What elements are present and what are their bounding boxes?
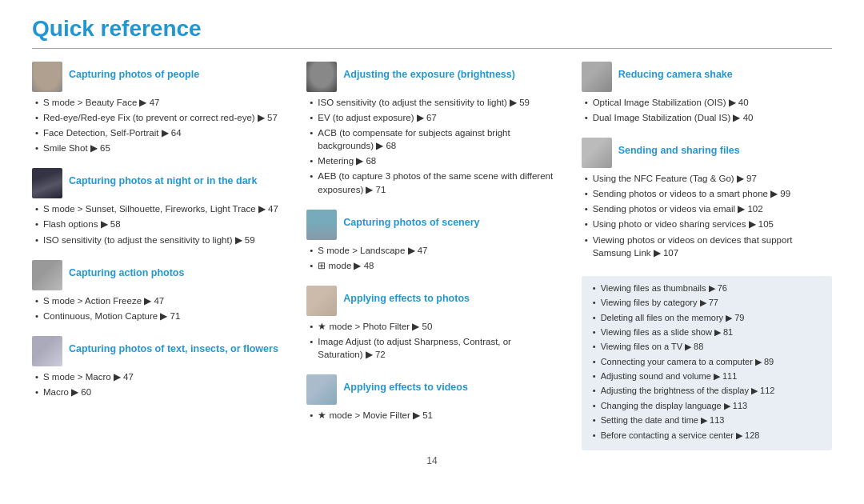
list-item: Adjusting the brightness of the display …: [593, 385, 824, 397]
list-people: S mode > Beauty Face ▶ 47 Red-eye/Red-ey…: [32, 96, 282, 154]
section-title-effects-videos: Applying effects to videos: [343, 382, 468, 393]
section-title-camera-shake: Reducing camera shake: [618, 69, 733, 80]
main-content: Capturing photos of people S mode > Beau…: [32, 62, 832, 450]
list-item: Viewing files as thumbnails ▶ 76: [593, 282, 824, 294]
list-item: Adjusting sound and volume ▶ 111: [593, 370, 824, 382]
list-item: Viewing files on a TV ▶ 88: [593, 341, 824, 353]
thumbnail-people: [32, 62, 62, 92]
list-blue-box: Viewing files as thumbnails ▶ 76 Viewing…: [590, 282, 824, 442]
section-scenery: Capturing photos of scenery S mode > Lan…: [306, 210, 557, 274]
list-night: S mode > Sunset, Silhouette, Fireworks, …: [32, 202, 282, 246]
list-text: S mode > Macro ▶ 47 Macro ▶ 60: [32, 370, 282, 398]
section-capturing-people: Capturing photos of people S mode > Beau…: [32, 62, 282, 157]
list-item: ACB (to compensate for subjects against …: [310, 126, 557, 152]
list-item: ⊞ mode ▶ 48: [310, 259, 557, 272]
list-sharing: Using the NFC Feature (Tag & Go) ▶ 97 Se…: [582, 172, 832, 259]
section-exposure: Adjusting the exposure (brightness) ISO …: [306, 62, 557, 198]
list-item: Before contacting a service center ▶ 128: [593, 430, 824, 442]
column-2: Adjusting the exposure (brightness) ISO …: [306, 62, 557, 450]
list-camera-shake: Optical Image Stabilization (OIS) ▶ 40 D…: [582, 96, 832, 124]
thumbnail-camera-shake: [582, 62, 612, 92]
section-header-exposure: Adjusting the exposure (brightness): [306, 62, 557, 92]
section-header-text: Capturing photos of text, insects, or fl…: [32, 336, 282, 366]
list-item: Viewing photos or videos on devices that…: [585, 234, 832, 259]
section-title-action: Capturing action photos: [69, 267, 184, 278]
section-header-people: Capturing photos of people: [32, 62, 282, 92]
section-effects-videos: Applying effects to videos ★ mode > Movi…: [306, 374, 557, 424]
list-item: Dual Image Stabilization (Dual IS) ▶ 40: [585, 111, 832, 124]
list-item: ISO sensitivity (to adjust the sensitivi…: [310, 96, 557, 109]
section-title-exposure: Adjusting the exposure (brightness): [343, 69, 515, 80]
list-item: Using photo or video sharing services ▶ …: [585, 218, 832, 230]
section-title-effects-photos: Applying effects to photos: [343, 293, 470, 304]
page-number: 14: [32, 455, 832, 466]
list-item: ISO sensitivity (to adjust the sensitivi…: [35, 234, 282, 246]
section-header-effects-photos: Applying effects to photos: [306, 286, 557, 316]
page-title: Quick reference: [32, 16, 832, 42]
section-title-text: Capturing photos of text, insects, or fl…: [69, 343, 278, 354]
column-1: Capturing photos of people S mode > Beau…: [32, 62, 282, 450]
list-item: Sending photos or videos to a smart phon…: [585, 187, 832, 200]
list-item: S mode > Beauty Face ▶ 47: [35, 96, 282, 109]
thumbnail-exposure: [306, 62, 337, 92]
section-sharing: Sending and sharing files Using the NFC …: [582, 138, 832, 262]
list-item: Using the NFC Feature (Tag & Go) ▶ 97: [585, 172, 832, 185]
list-exposure: ISO sensitivity (to adjust the sensitivi…: [306, 96, 557, 196]
list-action: S mode > Action Freeze ▶ 47 Continuous, …: [32, 294, 282, 322]
list-item: Deleting all files on the memory ▶ 79: [593, 312, 824, 324]
list-item: Macro ▶ 60: [35, 386, 282, 398]
section-capturing-action: Capturing action photos S mode > Action …: [32, 260, 282, 325]
thumbnail-night: [32, 168, 62, 198]
section-camera-shake: Reducing camera shake Optical Image Stab…: [582, 62, 832, 126]
thumbnail-action: [32, 260, 62, 290]
section-title-scenery: Capturing photos of scenery: [343, 217, 479, 228]
section-header-camera-shake: Reducing camera shake: [582, 62, 832, 92]
thumbnail-scenery: [306, 210, 337, 240]
list-item: Smile Shot ▶ 65: [35, 142, 282, 154]
section-title-sharing: Sending and sharing files: [618, 145, 740, 156]
title-divider: [32, 48, 832, 49]
list-item: Sending photos or videos via email ▶ 102: [585, 202, 832, 215]
list-item: Red-eye/Red-eye Fix (to prevent or corre…: [35, 111, 282, 124]
section-capturing-text: Capturing photos of text, insects, or fl…: [32, 336, 282, 401]
section-header-scenery: Capturing photos of scenery: [306, 210, 557, 240]
list-item: S mode > Action Freeze ▶ 47: [35, 294, 282, 307]
section-title-people: Capturing photos of people: [69, 69, 199, 80]
section-header-action: Capturing action photos: [32, 260, 282, 290]
list-item: ★ mode > Movie Filter ▶ 51: [310, 409, 557, 422]
section-header-sharing: Sending and sharing files: [582, 138, 832, 168]
list-item: EV (to adjust exposure) ▶ 67: [310, 111, 557, 124]
thumbnail-effects-photos: [306, 286, 337, 316]
list-item: AEB (to capture 3 photos of the same sce…: [310, 170, 557, 195]
list-item: Continuous, Motion Capture ▶ 71: [35, 310, 282, 322]
list-item: Setting the date and time ▶ 113: [593, 414, 824, 426]
section-header-night: Capturing photos at night or in the dark: [32, 168, 282, 198]
list-item: Image Adjust (to adjust Sharpness, Contr…: [310, 335, 557, 361]
column-3: Reducing camera shake Optical Image Stab…: [582, 62, 832, 450]
list-item: S mode > Macro ▶ 47: [35, 370, 282, 383]
list-item: Metering ▶ 68: [310, 154, 557, 167]
list-item: ★ mode > Photo Filter ▶ 50: [310, 320, 557, 333]
list-item: S mode > Sunset, Silhouette, Fireworks, …: [35, 202, 282, 215]
thumbnail-sharing: [582, 138, 612, 168]
blue-reference-box: Viewing files as thumbnails ▶ 76 Viewing…: [582, 276, 832, 450]
list-item: Connecting your camera to a computer ▶ 8…: [593, 356, 824, 368]
list-item: Changing the display language ▶ 113: [593, 400, 824, 412]
list-item: Viewing files by category ▶ 77: [593, 297, 824, 309]
list-effects-videos: ★ mode > Movie Filter ▶ 51: [306, 409, 557, 422]
list-item: Face Detection, Self-Portrait ▶ 64: [35, 126, 282, 139]
list-scenery: S mode > Landscape ▶ 47 ⊞ mode ▶ 48: [306, 244, 557, 272]
section-title-night: Capturing photos at night or in the dark: [69, 175, 257, 186]
thumbnail-effects-videos: [306, 374, 337, 405]
list-item: Viewing files as a slide show ▶ 81: [593, 326, 824, 338]
list-item: S mode > Landscape ▶ 47: [310, 244, 557, 257]
list-item: Optical Image Stabilization (OIS) ▶ 40: [585, 96, 832, 109]
list-effects-photos: ★ mode > Photo Filter ▶ 50 Image Adjust …: [306, 320, 557, 361]
thumbnail-text: [32, 336, 62, 366]
section-header-effects-videos: Applying effects to videos: [306, 374, 557, 405]
section-capturing-night: Capturing photos at night or in the dark…: [32, 168, 282, 248]
section-effects-photos: Applying effects to photos ★ mode > Phot…: [306, 286, 557, 363]
list-item: Flash options ▶ 58: [35, 218, 282, 230]
